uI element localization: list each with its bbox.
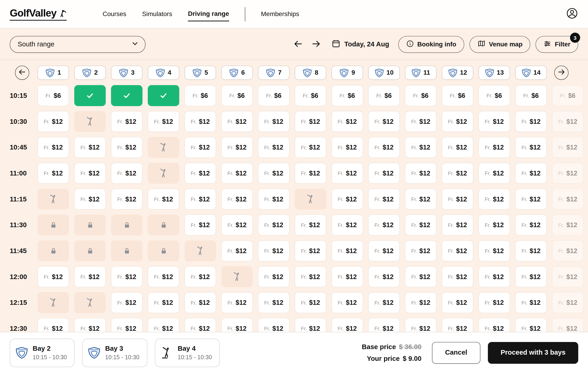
slot-12:00-bay-8[interactable]: Fr.$12 <box>295 266 326 287</box>
slot-10:15-bay-1[interactable]: Fr.$6 <box>37 85 69 106</box>
slot-12:15-bay-15[interactable]: Fr.$12 <box>552 292 583 313</box>
slot-11:15-bay-7[interactable]: Fr.$12 <box>258 188 289 209</box>
slot-11:00-bay-10[interactable]: Fr.$12 <box>368 163 400 184</box>
slot-11:15-bay-14[interactable]: Fr.$12 <box>515 188 547 209</box>
slot-10:30-bay-8[interactable]: Fr.$12 <box>295 111 326 132</box>
slot-10:15-bay-5[interactable]: Fr.$6 <box>184 85 216 106</box>
slot-12:00-bay-15[interactable]: Fr.$12 <box>552 266 583 287</box>
slot-12:00-bay-11[interactable]: Fr.$12 <box>405 266 436 287</box>
slot-12:00-bay-4[interactable]: Fr.$12 <box>148 266 179 287</box>
nav-driving-range[interactable]: Driving range <box>188 7 229 21</box>
filter-button[interactable]: Filter 3 <box>536 36 578 53</box>
slot-12:15-bay-7[interactable]: Fr.$12 <box>258 292 289 313</box>
slot-12:15-bay-8[interactable]: Fr.$12 <box>295 292 326 313</box>
slot-10:30-bay-5[interactable]: Fr.$12 <box>184 111 216 132</box>
slot-12:00-bay-1[interactable]: Fr.$12 <box>37 266 69 287</box>
next-day-button[interactable] <box>310 38 323 51</box>
slot-11:45-bay-15[interactable]: Fr.$12 <box>552 240 583 261</box>
slot-11:00-bay-15[interactable]: Fr.$12 <box>552 163 583 184</box>
slot-10:15-bay-9[interactable]: Fr.$6 <box>331 85 363 106</box>
slot-12:00-bay-2[interactable]: Fr.$12 <box>74 266 106 287</box>
slot-10:30-bay-15[interactable]: Fr.$12 <box>552 111 583 132</box>
slot-12:00-bay-12[interactable]: Fr.$12 <box>442 266 473 287</box>
date-display[interactable]: Today, 24 Aug <box>331 39 389 50</box>
slot-10:45-bay-11[interactable]: Fr.$12 <box>405 137 436 158</box>
slot-11:15-bay-2[interactable]: Fr.$12 <box>74 188 106 209</box>
slot-11:15-bay-5[interactable]: Fr.$12 <box>184 188 216 209</box>
slot-11:45-bay-14[interactable]: Fr.$12 <box>515 240 547 261</box>
slot-11:30-bay-9[interactable]: Fr.$12 <box>331 215 363 235</box>
slot-11:45-bay-11[interactable]: Fr.$12 <box>405 240 436 261</box>
slot-11:00-bay-5[interactable]: Fr.$12 <box>184 163 216 184</box>
slot-12:00-bay-5[interactable]: Fr.$12 <box>184 266 216 287</box>
slot-11:45-bay-9[interactable]: Fr.$12 <box>331 240 363 261</box>
slot-11:45-bay-10[interactable]: Fr.$12 <box>368 240 400 261</box>
slot-12:15-bay-4[interactable]: Fr.$12 <box>148 292 179 313</box>
nav-courses[interactable]: Courses <box>103 7 126 21</box>
slot-10:30-bay-6[interactable]: Fr.$12 <box>221 111 253 132</box>
slot-11:00-bay-9[interactable]: Fr.$12 <box>331 163 363 184</box>
slot-10:45-bay-1[interactable]: Fr.$12 <box>37 137 69 158</box>
slot-12:15-bay-12[interactable]: Fr.$12 <box>442 292 473 313</box>
slot-10:30-bay-4[interactable]: Fr.$12 <box>148 111 179 132</box>
slot-11:15-bay-6[interactable]: Fr.$12 <box>221 188 253 209</box>
slot-11:15-bay-15[interactable]: Fr.$12 <box>552 188 583 209</box>
selected-bay-chip[interactable]: Bay 210:15 - 10:30 <box>10 338 75 367</box>
slot-10:45-bay-14[interactable]: Fr.$12 <box>515 137 547 158</box>
slot-10:45-bay-2[interactable]: Fr.$12 <box>74 137 106 158</box>
prev-day-button[interactable] <box>292 38 304 51</box>
slot-10:15-bay-8[interactable]: Fr.$6 <box>295 85 326 106</box>
slot-11:30-bay-13[interactable]: Fr.$12 <box>478 215 510 235</box>
slot-11:00-bay-7[interactable]: Fr.$12 <box>258 163 289 184</box>
slot-12:00-bay-14[interactable]: Fr.$12 <box>515 266 547 287</box>
slot-11:30-bay-15[interactable]: Fr.$12 <box>552 215 583 235</box>
slot-10:45-bay-12[interactable]: Fr.$12 <box>442 137 473 158</box>
slot-11:45-bay-13[interactable]: Fr.$12 <box>478 240 510 261</box>
slot-11:45-bay-6[interactable]: Fr.$12 <box>221 240 253 261</box>
slot-11:15-bay-3[interactable]: Fr.$12 <box>111 188 142 209</box>
slot-11:15-bay-13[interactable]: Fr.$12 <box>478 188 510 209</box>
slot-11:15-bay-11[interactable]: Fr.$12 <box>405 188 436 209</box>
slot-11:30-bay-7[interactable]: Fr.$12 <box>258 215 289 235</box>
slot-10:30-bay-11[interactable]: Fr.$12 <box>405 111 436 132</box>
venue-map-button[interactable]: Venue map <box>470 36 531 53</box>
slot-11:30-bay-8[interactable]: Fr.$12 <box>295 215 326 235</box>
slot-12:00-bay-13[interactable]: Fr.$12 <box>478 266 510 287</box>
slot-12:15-bay-13[interactable]: Fr.$12 <box>478 292 510 313</box>
slot-12:00-bay-10[interactable]: Fr.$12 <box>368 266 400 287</box>
slot-11:30-bay-12[interactable]: Fr.$12 <box>442 215 473 235</box>
slot-12:00-bay-3[interactable]: Fr.$12 <box>111 266 142 287</box>
slot-11:00-bay-2[interactable]: Fr.$12 <box>74 163 106 184</box>
slot-12:15-bay-5[interactable]: Fr.$12 <box>184 292 216 313</box>
slot-10:45-bay-6[interactable]: Fr.$12 <box>221 137 253 158</box>
slot-11:30-bay-14[interactable]: Fr.$12 <box>515 215 547 235</box>
slot-11:00-bay-1[interactable]: Fr.$12 <box>37 163 69 184</box>
proceed-button[interactable]: Proceed with 3 bays <box>488 342 578 363</box>
slot-10:45-bay-8[interactable]: Fr.$12 <box>295 137 326 158</box>
slot-11:15-bay-4[interactable]: Fr.$12 <box>148 188 179 209</box>
slot-10:15-bay-3[interactable] <box>111 85 142 106</box>
slot-11:00-bay-14[interactable]: Fr.$12 <box>515 163 547 184</box>
slot-10:30-bay-12[interactable]: Fr.$12 <box>442 111 473 132</box>
slot-10:15-bay-15[interactable]: Fr.$6 <box>552 85 583 106</box>
slot-10:30-bay-9[interactable]: Fr.$12 <box>331 111 363 132</box>
slot-11:30-bay-5[interactable]: Fr.$12 <box>184 215 216 235</box>
slot-11:45-bay-12[interactable]: Fr.$12 <box>442 240 473 261</box>
slot-10:30-bay-14[interactable]: Fr.$12 <box>515 111 547 132</box>
slot-12:15-bay-6[interactable]: Fr.$12 <box>221 292 253 313</box>
slot-10:15-bay-12[interactable]: Fr.$6 <box>442 85 473 106</box>
slot-10:15-bay-11[interactable]: Fr.$6 <box>405 85 436 106</box>
slot-12:00-bay-9[interactable]: Fr.$12 <box>331 266 363 287</box>
slot-10:45-bay-7[interactable]: Fr.$12 <box>258 137 289 158</box>
slot-10:30-bay-1[interactable]: Fr.$12 <box>37 111 69 132</box>
scroll-bays-right-button[interactable] <box>554 66 568 80</box>
slot-10:15-bay-2[interactable] <box>74 85 106 106</box>
slot-11:15-bay-9[interactable]: Fr.$12 <box>331 188 363 209</box>
selected-bay-chip[interactable]: Bay 410:15 - 10:30 <box>155 338 220 367</box>
account-button[interactable] <box>566 7 578 21</box>
slot-12:00-bay-7[interactable]: Fr.$12 <box>258 266 289 287</box>
slot-10:45-bay-9[interactable]: Fr.$12 <box>331 137 363 158</box>
slot-10:45-bay-3[interactable]: Fr.$12 <box>111 137 142 158</box>
slot-10:30-bay-3[interactable]: Fr.$12 <box>111 111 142 132</box>
nav-simulators[interactable]: Simulators <box>142 7 172 21</box>
